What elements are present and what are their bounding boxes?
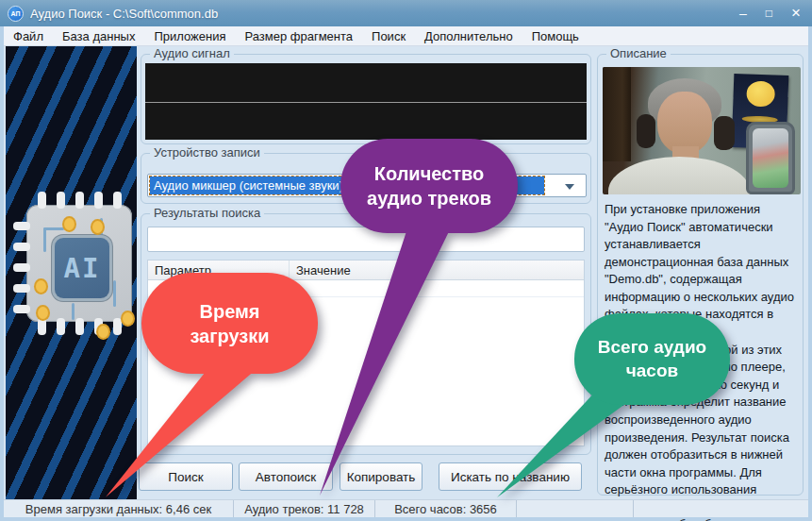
- menu-fragment-size[interactable]: Размер фрагмента: [235, 26, 362, 45]
- menu-extra[interactable]: Дополнительно: [415, 26, 522, 45]
- photo-background: [603, 67, 631, 161]
- menu-search[interactable]: Поиск: [362, 26, 415, 45]
- menu-help[interactable]: Помощь: [522, 26, 588, 45]
- window-controls: – □ ×: [739, 7, 801, 20]
- window-title: Аудио Поиск - C:\Soft\common.db: [30, 7, 218, 21]
- search-results-label: Результаты поиска: [150, 206, 264, 220]
- webcam-photo: [603, 67, 801, 194]
- close-icon[interactable]: ×: [791, 7, 801, 20]
- callout-load-time: Время загрузки: [94, 269, 325, 505]
- callout-tail: [311, 222, 472, 500]
- menu-database[interactable]: База данных: [53, 26, 144, 45]
- title-bar: АП Аудио Поиск - C:\Soft\common.db – □ ×: [0, 0, 812, 26]
- recording-device-label: Устройство записи: [150, 145, 264, 160]
- audio-signal-label: Аудио сигнал: [150, 46, 234, 60]
- waveform-centerline: [145, 102, 587, 103]
- minimize-icon[interactable]: –: [739, 7, 747, 20]
- description-label: Описание: [606, 46, 671, 60]
- callout-track-count-text: Количество аудио треков: [340, 139, 518, 233]
- app-icon: АП: [8, 6, 24, 22]
- app-window: АП Аудио Поиск - C:\Soft\common.db – □ ×…: [0, 0, 812, 521]
- menu-file[interactable]: Файл: [4, 26, 53, 45]
- callout-total-hours: Всего аудио часов: [483, 310, 739, 504]
- person-face: [657, 92, 712, 154]
- headphone-right: [714, 116, 735, 150]
- callout-load-time-text: Время загрузки: [141, 273, 318, 374]
- audio-signal-display: [145, 63, 587, 140]
- chevron-down-icon[interactable]: [565, 184, 574, 190]
- audio-signal-group: Аудио сигнал: [141, 54, 591, 144]
- maximize-icon[interactable]: □: [766, 7, 772, 20]
- headphone-left: [637, 114, 655, 148]
- menu-bar: Файл База данных Приложения Размер фрагм…: [4, 26, 808, 46]
- person-shirt: [608, 157, 750, 194]
- menu-applications[interactable]: Приложения: [144, 26, 235, 45]
- callout-total-hours-text: Всего аудио часов: [574, 313, 730, 405]
- microphone: [746, 122, 795, 194]
